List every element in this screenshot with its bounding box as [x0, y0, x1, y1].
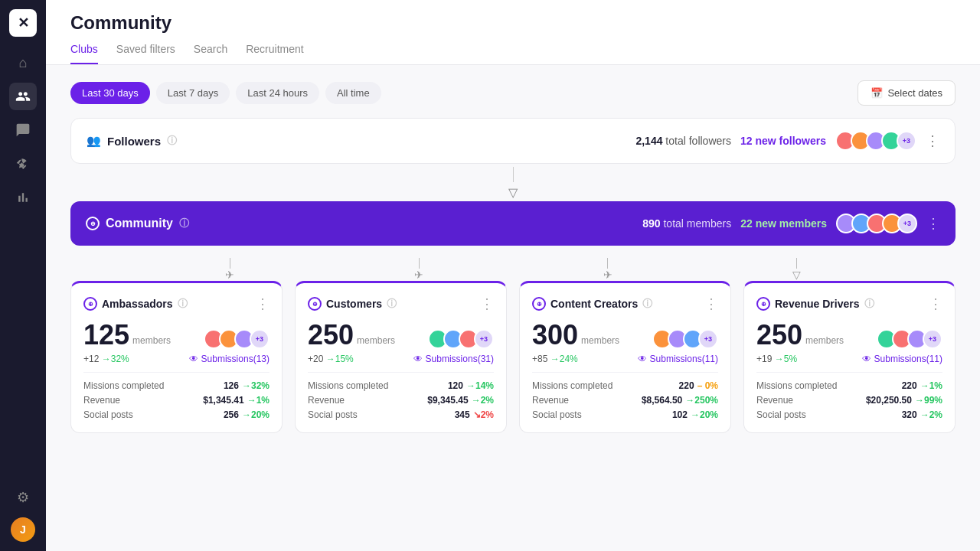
club-card-header: ⊕ Content Creators ⓘ ⋮: [532, 295, 718, 312]
club-members-row: 125 members +3: [83, 321, 270, 349]
filter-icon: ✈: [603, 269, 612, 281]
tab-saved-filters[interactable]: Saved filters: [116, 43, 175, 64]
delta-count: +85 →24%: [532, 354, 578, 364]
tab-clubs[interactable]: Clubs: [70, 43, 98, 64]
users-icon[interactable]: [9, 83, 37, 110]
clubs-grid: ⊕ Ambassadors ⓘ ⋮ 125 members: [70, 281, 956, 433]
sidebar: ✕ ⌂ ⚙ J: [0, 0, 46, 551]
followers-info-icon[interactable]: ⓘ: [167, 134, 177, 148]
tree-connector-top: [70, 167, 956, 182]
club-info-icon[interactable]: ⓘ: [387, 297, 397, 311]
followers-total: 2,144 total followers: [635, 135, 731, 147]
pill-last-24-hours[interactable]: Last 24 hours: [236, 82, 319, 104]
connector-4: ▽: [792, 258, 801, 281]
tab-search[interactable]: Search: [194, 43, 227, 64]
rocket-icon[interactable]: [9, 150, 37, 178]
club-avatars: +3: [877, 329, 942, 349]
select-dates-button[interactable]: 📅 Select dates: [858, 80, 956, 106]
club-more-button[interactable]: ⋮: [256, 295, 270, 312]
submissions-link[interactable]: 👁 Submissions(13): [189, 354, 270, 364]
club-info-icon[interactable]: ⓘ: [642, 297, 652, 311]
submissions-link[interactable]: 👁 Submissions(31): [413, 354, 494, 364]
followers-new: 12 new followers: [740, 135, 826, 147]
delta-count: +20 →15%: [308, 354, 354, 364]
sub-connectors: ✈ ✈ ✈ ▽: [70, 258, 956, 281]
v-line: [796, 258, 797, 269]
chat-icon[interactable]: [9, 116, 37, 144]
divider: [756, 372, 942, 373]
community-stats: 890 total members 22 new members +3 ⋮: [642, 214, 940, 233]
club-icon: ⊕: [756, 297, 770, 311]
stat-social: Social posts 320 →2%: [756, 409, 942, 420]
stat-missions: Missions completed 220 →1%: [756, 380, 942, 391]
avatar-overflow: +3: [474, 329, 494, 349]
members-count: 250: [756, 321, 802, 349]
club-card-header: ⊕ Customers ⓘ ⋮: [308, 295, 494, 312]
stat-missions: Missions completed 220 – 0%: [532, 380, 718, 391]
divider: [83, 372, 270, 373]
stat-revenue: Revenue $20,250.50 →99%: [756, 395, 942, 406]
community-avatars: +3: [836, 214, 917, 233]
club-icon: ⊕: [308, 297, 322, 311]
community-new: 22 new members: [740, 217, 827, 230]
community-label-group: ⊕ Community ⓘ: [86, 217, 189, 230]
connector-2: ✈: [414, 258, 423, 281]
submissions-link[interactable]: 👁 Submissions(11): [638, 354, 718, 364]
pill-all-time[interactable]: All time: [325, 82, 381, 104]
home-icon[interactable]: ⌂: [9, 49, 37, 77]
delta-count: +12 →32%: [83, 354, 129, 364]
followers-icon: 👥: [87, 134, 101, 148]
vertical-line: [513, 167, 514, 182]
club-more-button[interactable]: ⋮: [480, 295, 494, 312]
club-card-header: ⊕ Ambassadors ⓘ ⋮: [83, 295, 270, 312]
club-card-customers: ⊕ Customers ⓘ ⋮ 250 members +: [295, 281, 507, 433]
content-area: Last 30 days Last 7 days Last 24 hours A…: [46, 65, 980, 551]
stat-revenue: Revenue $9,345.45 →2%: [308, 395, 494, 406]
time-filter-pills: Last 30 days Last 7 days Last 24 hours A…: [70, 82, 381, 104]
v-line: [419, 258, 420, 269]
members-label: members: [805, 335, 844, 346]
followers-label-group: 👥 Followers ⓘ: [87, 134, 177, 148]
community-icon: ⊕: [86, 217, 100, 230]
pill-last-30-days[interactable]: Last 30 days: [70, 82, 150, 104]
community-info-icon[interactable]: ⓘ: [179, 217, 189, 230]
club-info-icon[interactable]: ⓘ: [178, 297, 188, 311]
filter-icon: ✈: [225, 269, 234, 281]
main-content: Community Clubs Saved filters Search Rec…: [46, 0, 980, 551]
tab-bar: Clubs Saved filters Search Recruitment: [70, 43, 956, 64]
avatar-overflow: +3: [897, 214, 917, 233]
app-logo[interactable]: ✕: [9, 9, 37, 37]
followers-more-button[interactable]: ⋮: [926, 132, 939, 149]
divider: [532, 372, 718, 373]
club-info-icon[interactable]: ⓘ: [864, 297, 874, 311]
club-members-row: 250 members +3: [756, 321, 942, 349]
stat-missions: Missions completed 120 →14%: [308, 380, 494, 391]
members-count: 250: [308, 321, 354, 349]
header: Community Clubs Saved filters Search Rec…: [46, 0, 980, 65]
club-avatars: +3: [204, 329, 270, 349]
members-label: members: [581, 335, 619, 346]
club-icon: ⊕: [83, 297, 97, 311]
community-more-button[interactable]: ⋮: [926, 215, 940, 232]
filter-bar: Last 30 days Last 7 days Last 24 hours A…: [70, 80, 956, 106]
club-title: ⊕ Revenue Drivers ⓘ: [756, 297, 874, 311]
connector-1: ✈: [225, 258, 234, 281]
filter-icon: ✈: [414, 269, 423, 281]
user-avatar[interactable]: J: [11, 517, 35, 542]
stat-social: Social posts 102 →20%: [532, 409, 718, 420]
submissions-link[interactable]: 👁 Submissions(11): [862, 354, 942, 364]
pill-last-7-days[interactable]: Last 7 days: [156, 82, 230, 104]
club-members-row: 300 members +3: [532, 321, 718, 349]
settings-icon[interactable]: ⚙: [9, 484, 37, 511]
community-total: 890 total members: [642, 217, 731, 230]
club-more-button[interactable]: ⋮: [704, 295, 718, 312]
club-more-button[interactable]: ⋮: [929, 295, 942, 312]
chart-icon[interactable]: [9, 184, 37, 211]
club-card-header: ⊕ Revenue Drivers ⓘ ⋮: [756, 295, 942, 312]
members-label: members: [132, 335, 171, 346]
delta-count: +19 →5%: [756, 354, 797, 364]
tab-recruitment[interactable]: Recruitment: [246, 43, 303, 64]
stat-missions: Missions completed 126 →32%: [83, 380, 270, 391]
eye-icon: 👁: [638, 354, 647, 364]
club-card-ambassadors: ⊕ Ambassadors ⓘ ⋮ 125 members: [70, 281, 283, 433]
